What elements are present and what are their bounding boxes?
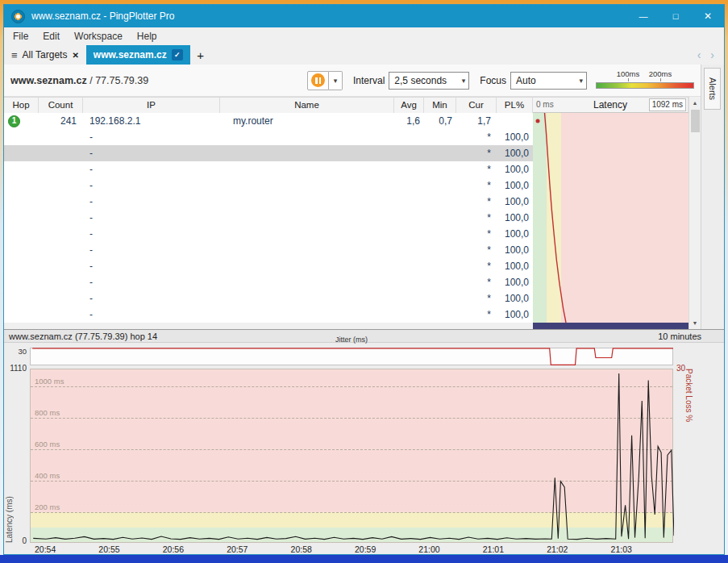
cur-cell: * bbox=[456, 258, 497, 274]
table-row[interactable]: -*100,0 bbox=[4, 194, 533, 210]
new-tab-button[interactable]: + bbox=[190, 45, 211, 65]
scroll-up-icon[interactable]: ▲ bbox=[689, 97, 701, 109]
hop-cell bbox=[4, 161, 39, 177]
min-cell bbox=[424, 210, 456, 226]
cur-cell: * bbox=[456, 129, 497, 145]
table-row[interactable]: -*100,0 bbox=[4, 210, 533, 226]
header-name[interactable]: Name bbox=[220, 98, 394, 114]
tab-scroll-left-icon[interactable]: ‹ bbox=[697, 48, 701, 61]
bottom-bar bbox=[0, 555, 728, 563]
hop-cell bbox=[4, 210, 39, 226]
avg-cell bbox=[394, 290, 424, 307]
packet-loss-cell: 100,0 bbox=[497, 129, 533, 145]
table-row[interactable]: -*100,0 bbox=[4, 258, 533, 274]
table-row[interactable]: -*100,0 bbox=[4, 226, 533, 242]
x-tick-label: 21:01 bbox=[483, 544, 504, 554]
x-tick-label: 20:55 bbox=[98, 544, 119, 554]
x-axis: 20:5420:5520:5620:5720:5820:5921:0021:01… bbox=[4, 544, 724, 555]
tab-www-seznam-cz[interactable]: www.seznam.cz ✓ bbox=[86, 45, 190, 65]
close-button[interactable]: ✕ bbox=[692, 5, 724, 27]
menubar: File Edit Workspace Help bbox=[4, 27, 724, 45]
jitter-graph[interactable] bbox=[30, 348, 673, 365]
table-row[interactable]: -*100,0 bbox=[4, 161, 533, 177]
pause-dropdown-button[interactable]: ▾ bbox=[329, 71, 343, 90]
min-cell bbox=[424, 307, 456, 323]
packet-loss-cell: 100,0 bbox=[497, 274, 533, 290]
alerts-strip: Alerts bbox=[701, 65, 724, 329]
cur-cell: * bbox=[456, 307, 497, 323]
menu-file[interactable]: File bbox=[6, 31, 35, 42]
vertical-scrollbar[interactable]: ▲ ▼ bbox=[688, 97, 701, 329]
min-cell bbox=[424, 177, 456, 194]
x-tick-label: 20:58 bbox=[291, 544, 312, 554]
focus-select[interactable]: Auto ▾ bbox=[510, 72, 587, 90]
menu-edit[interactable]: Edit bbox=[35, 31, 67, 42]
packet-loss-cell: 100,0 bbox=[497, 177, 533, 194]
table-row[interactable]: -*100,0 bbox=[4, 274, 533, 290]
tab-all-targets[interactable]: ≡ All Targets ✕ bbox=[4, 45, 86, 65]
legend-gradient-bar bbox=[596, 82, 694, 89]
header-avg[interactable]: Avg bbox=[394, 98, 424, 114]
pause-control: ▾ bbox=[307, 71, 343, 90]
target-summary: www.seznam.cz / 77.75.79.39 bbox=[10, 75, 307, 86]
desktop: www.seznam.cz - PingPlotter Pro — □ ✕ Fi… bbox=[0, 0, 728, 563]
name-cell bbox=[220, 307, 394, 323]
cur-cell: 1,7 bbox=[456, 113, 497, 129]
packet-loss-cell: 100,0 bbox=[497, 226, 533, 242]
min-cell bbox=[424, 145, 456, 161]
table-row[interactable]: -*100,0 bbox=[4, 177, 533, 194]
pause-icon bbox=[311, 73, 325, 87]
avg-cell bbox=[394, 242, 424, 258]
header-count[interactable]: Count bbox=[39, 98, 83, 114]
hop-cell bbox=[4, 242, 39, 258]
pause-button[interactable] bbox=[307, 71, 329, 90]
hop-cell: 1 bbox=[4, 113, 39, 129]
menu-help[interactable]: Help bbox=[130, 31, 164, 42]
legend-100ms-label: 100ms bbox=[617, 69, 640, 78]
header-latency[interactable]: 0 ms Latency 1092 ms bbox=[533, 98, 688, 112]
latency-plot[interactable]: 1000 ms800 ms600 ms400 ms200 ms bbox=[30, 369, 673, 543]
table-row[interactable]: -*100,0 bbox=[4, 290, 533, 307]
ip-cell: - bbox=[83, 194, 220, 210]
latency-legend: 100ms 200ms bbox=[596, 69, 694, 91]
window-controls: — □ ✕ bbox=[627, 5, 724, 27]
count-cell bbox=[39, 307, 83, 323]
table-row[interactable]: -*100,0 bbox=[4, 145, 533, 161]
titlebar[interactable]: www.seznam.cz - PingPlotter Pro — □ ✕ bbox=[4, 5, 724, 27]
latency-max-label: 1092 ms bbox=[649, 98, 686, 111]
app-icon bbox=[11, 10, 25, 23]
header-min[interactable]: Min bbox=[424, 98, 456, 114]
hop-cell bbox=[4, 145, 39, 161]
menu-workspace[interactable]: Workspace bbox=[67, 31, 130, 42]
name-cell bbox=[220, 161, 394, 177]
maximize-button[interactable]: □ bbox=[659, 5, 692, 27]
count-cell: 241 bbox=[39, 113, 83, 129]
name-cell bbox=[220, 258, 394, 274]
table-row[interactable]: -*100,0 bbox=[4, 307, 533, 323]
header-packet-loss[interactable]: PL% bbox=[497, 98, 533, 114]
tab-close-icon[interactable]: ✕ bbox=[72, 51, 78, 60]
cur-cell: * bbox=[456, 226, 497, 242]
scroll-down-icon[interactable]: ▼ bbox=[689, 317, 701, 329]
ip-cell: 192.168.2.1 bbox=[83, 113, 220, 129]
scrollbar-thumb[interactable] bbox=[691, 110, 700, 132]
minimize-button[interactable]: — bbox=[627, 5, 659, 27]
tab-alerts[interactable]: Alerts bbox=[704, 68, 721, 110]
table-row[interactable]: -*100,0 bbox=[4, 242, 533, 258]
interval-select[interactable]: 2,5 seconds ▾ bbox=[389, 72, 469, 90]
header-hop[interactable]: Hop bbox=[4, 98, 39, 114]
timeline-panel: www.seznam.cz (77.75.79.39) hop 14 10 mi… bbox=[4, 329, 724, 554]
header-ip[interactable]: IP bbox=[83, 98, 220, 114]
table-row[interactable]: 1241192.168.2.1my.router1,60,71,7 bbox=[4, 113, 533, 129]
header-cur[interactable]: Cur bbox=[456, 98, 497, 114]
y-axis-title: Latency (ms) bbox=[5, 369, 14, 543]
app-window: www.seznam.cz - PingPlotter Pro — □ ✕ Fi… bbox=[3, 4, 725, 555]
tab-scroll-right-icon[interactable]: › bbox=[710, 48, 714, 61]
min-cell bbox=[424, 161, 456, 177]
target-ip: / 77.75.79.39 bbox=[89, 75, 148, 86]
cur-cell: * bbox=[456, 177, 497, 194]
x-tick-label: 20:56 bbox=[163, 544, 184, 554]
name-cell bbox=[220, 129, 394, 145]
hop-graph-footer-bar bbox=[533, 323, 688, 329]
table-row[interactable]: -*100,0 bbox=[4, 129, 533, 145]
